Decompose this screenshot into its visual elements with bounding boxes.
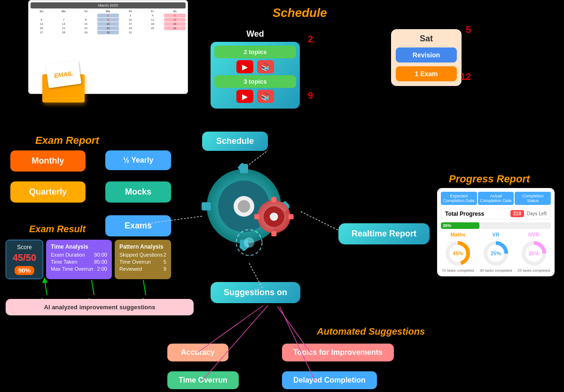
exam-report-title: Exam Report — [35, 134, 99, 147]
exams-button[interactable]: Exams — [105, 215, 171, 236]
cal-header: March 2025 — [31, 2, 186, 8]
vr-label: VR — [479, 232, 513, 237]
nvr-col: NVR 25% 25 tasks completed — [517, 232, 551, 273]
realtime-report-button[interactable]: Realtime Report — [338, 223, 430, 244]
schedule-title: Schedule — [273, 6, 327, 20]
svg-rect-29 — [289, 214, 294, 220]
youtube-icon-2[interactable]: ▶ — [236, 90, 253, 103]
pattern-label: Pattern Analysis — [119, 243, 166, 250]
maths-label: Maths — [441, 232, 475, 237]
icon-row-2: ▶ 📚 — [214, 90, 296, 103]
days-badge: 219 — [510, 210, 524, 217]
maths-donut: 45% — [444, 239, 472, 267]
maths-col: Maths 45% 70 tasks completed — [441, 232, 475, 273]
maths-pct: 45% — [453, 251, 463, 256]
subject-row: Maths 45% 70 tasks completed VR — [441, 232, 551, 273]
wed-number: 2 — [308, 34, 313, 45]
automated-suggestions-title: Automated Suggestions — [317, 326, 425, 337]
exam-duration-value: 90:00 — [94, 252, 107, 258]
wed-number2: 9 — [308, 90, 313, 101]
reviewed-label: Reviewed — [119, 266, 142, 272]
revision-button[interactable]: Revision — [396, 47, 457, 63]
time-analysis-label: Time Analysis — [51, 243, 107, 250]
exam-duration-label: Exam Duration — [51, 252, 85, 258]
topic-1-button[interactable]: 2 topics — [214, 46, 296, 58]
accuracy-button[interactable]: Accuracy — [167, 344, 228, 361]
sat-number: 5 — [466, 24, 471, 35]
nvr-label: NVR — [517, 232, 551, 237]
topics-button[interactable]: Topics for Improvements — [282, 344, 394, 361]
delayed-button[interactable]: Delayed Completion — [282, 371, 377, 389]
skipped-value: 2 — [164, 252, 166, 258]
svg-line-5 — [301, 212, 338, 230]
progress-bar-outer: 35% — [441, 222, 551, 229]
svg-point-14 — [238, 200, 250, 212]
wed-card: Wed 2 topics ▶ 📚 3 topics ▶ 📚 2 9 — [211, 29, 300, 109]
youtube-icon-1[interactable]: ▶ — [236, 60, 253, 73]
book-icon-2[interactable]: 📚 — [257, 90, 274, 103]
svg-line-8 — [45, 280, 47, 295]
envelope-letter: EMAIL — [46, 60, 81, 88]
ai-suggestion-bar: AI analyzed improvement suggestions — [6, 299, 194, 315]
progress-header: Expected Completion Date Actual Completi… — [441, 192, 551, 205]
exam-result-title: Exam Result — [29, 224, 86, 235]
result-panel: Score 45/50 90% Time Analysis Exam Durat… — [6, 240, 171, 279]
vr-donut: 25% — [482, 239, 510, 267]
sat-label: Sat — [396, 34, 457, 44]
half-yearly-button[interactable]: ½ Yearly — [105, 150, 171, 170]
score-pct: 90% — [15, 266, 34, 275]
mocks-button[interactable]: Mocks — [105, 181, 171, 203]
svg-line-2 — [202, 306, 268, 381]
vr-col: VR 25% 30 tasks completed — [479, 232, 513, 273]
time-taken-value: 85:00 — [94, 259, 107, 265]
time-analysis-box: Time Analysis Exam Duration90:00 Time Ta… — [46, 240, 112, 279]
skipped-label: Skipped Questions — [119, 252, 163, 258]
time-overrun-value: 5 — [164, 259, 166, 265]
svg-rect-17 — [202, 202, 211, 211]
cal-grid: Su Mo Tu We Th Fr Sa 2 34 5 678 9 1011 1… — [31, 9, 186, 34]
email-widget: EMAIL — [42, 70, 85, 102]
reviewed-value: 9 — [164, 266, 166, 272]
days-text: Days Left — [527, 211, 547, 216]
progress-title: Progress Report — [449, 173, 530, 185]
max-time-value: 2:00 — [97, 266, 107, 272]
exam-button[interactable]: 1 Exam — [396, 66, 457, 81]
svg-rect-28 — [254, 214, 259, 220]
total-progress-row: Total Progress 219 Days Left — [441, 208, 551, 220]
suggestions-bubble[interactable]: Suggestions on — [211, 282, 300, 303]
max-time-label: Max Time Overrun — [51, 266, 93, 272]
book-icon-1[interactable]: 📚 — [257, 60, 274, 73]
pattern-analysis-box: Pattern Analysis Skipped Questions2 Time… — [115, 240, 171, 279]
svg-rect-27 — [271, 231, 276, 236]
svg-point-25 — [270, 212, 278, 221]
time-overrun-button[interactable]: Time Overrun — [167, 371, 239, 389]
score-label: Score — [12, 244, 37, 251]
maths-tasks: 70 tasks completed — [441, 268, 475, 273]
progress-col1: Expected Completion Date — [441, 192, 477, 205]
svg-line-10 — [143, 280, 146, 295]
wed-label: Wed — [211, 29, 300, 39]
quarterly-button[interactable]: Quarterly — [10, 181, 86, 203]
monthly-button[interactable]: Monthly — [10, 150, 86, 172]
time-taken-label: Time Taken — [51, 259, 77, 265]
nvr-pct: 25% — [529, 251, 539, 256]
progress-bar-inner: 35% — [441, 222, 479, 229]
schedule-bubble[interactable]: Schedule — [202, 132, 268, 151]
time-overrun-label: Time Overrun — [119, 259, 151, 265]
vr-pct: 25% — [491, 251, 501, 256]
main-scene: Schedule March 2025 Su Mo Tu We Th Fr Sa… — [0, 0, 564, 392]
topic-2-button[interactable]: 3 topics — [214, 75, 296, 88]
svg-line-9 — [92, 280, 94, 295]
center-gear — [197, 160, 301, 263]
progress-col3: Completion Status — [515, 192, 551, 205]
email-envelope: EMAIL — [42, 70, 85, 102]
svg-rect-26 — [271, 197, 276, 202]
svg-point-31 — [244, 237, 254, 248]
total-label: Total Progress — [445, 211, 508, 217]
score-value: 45/50 — [12, 252, 37, 263]
gear-svg — [197, 160, 301, 263]
vr-tasks: 30 tasks completed — [479, 268, 513, 273]
score-box: Score 45/50 90% — [6, 240, 43, 279]
nvr-donut: 25% — [520, 239, 548, 267]
nvr-tasks: 25 tasks completed — [517, 268, 551, 273]
